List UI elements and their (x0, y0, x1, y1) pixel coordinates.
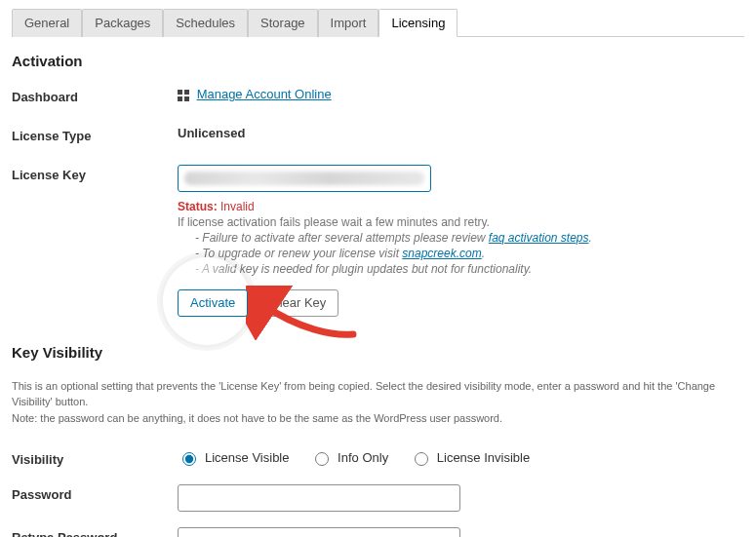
tab-packages[interactable]: Packages (82, 9, 163, 37)
status-label: Status: (178, 200, 218, 213)
svg-rect-2 (178, 96, 182, 101)
valid-key-hint-rest: key is needed for plugin updates but not… (236, 262, 532, 276)
retry-hint: If license activation fails please wait … (178, 215, 744, 229)
valid-key-hint-prefix: A valid (202, 262, 237, 276)
radio-license-visible[interactable] (182, 452, 196, 466)
key-visibility-desc-2: Note: the password can be anything, it d… (12, 410, 744, 427)
tab-storage[interactable]: Storage (248, 9, 318, 37)
activate-button[interactable]: Activate (178, 289, 248, 317)
status-value: Invalid (220, 200, 255, 213)
key-visibility-heading: Key Visibility (12, 344, 744, 361)
upgrade-hint-prefix: To upgrade or renew your license visit (202, 247, 402, 260)
tab-general[interactable]: General (12, 9, 82, 37)
faq-activation-link[interactable]: faq activation steps (489, 231, 589, 245)
manage-account-link[interactable]: Manage Account Online (197, 87, 332, 101)
license-type-label: License Type (12, 126, 178, 143)
visibility-label: Visibility (12, 449, 178, 467)
tab-schedules[interactable]: Schedules (163, 9, 248, 37)
tab-import[interactable]: Import (318, 9, 379, 37)
license-key-value-obscured (184, 172, 424, 185)
dashboard-label: Dashboard (12, 87, 178, 104)
license-key-input[interactable] (178, 165, 431, 192)
visibility-option-invisible[interactable]: License Invisible (410, 449, 530, 466)
license-type-value: Unlicensed (178, 126, 245, 140)
visibility-option-visible[interactable]: License Visible (178, 449, 289, 466)
radio-license-invisible[interactable] (415, 452, 428, 466)
radio-info-only[interactable] (315, 452, 329, 466)
svg-rect-0 (178, 90, 182, 95)
clear-key-button[interactable]: Clear Key (258, 289, 338, 317)
tab-licensing[interactable]: Licensing (378, 9, 458, 37)
activation-heading: Activation (12, 53, 744, 69)
key-visibility-desc-1: This is an optional setting that prevent… (12, 378, 744, 410)
license-key-label: License Key (12, 165, 178, 182)
faq-hint-prefix: Failure to activate after several attemp… (202, 231, 488, 245)
grid-icon (178, 90, 189, 101)
retype-password-input[interactable] (178, 527, 460, 537)
visibility-option-info-only[interactable]: Info Only (310, 449, 388, 466)
retype-password-label: Retype Password (12, 527, 178, 537)
password-label: Password (12, 484, 178, 502)
password-input[interactable] (178, 484, 460, 512)
svg-rect-1 (184, 90, 189, 95)
settings-tabs: General Packages Schedules Storage Impor… (12, 8, 744, 37)
snapcreek-link[interactable]: snapcreek.com (402, 247, 481, 260)
svg-rect-3 (184, 96, 189, 101)
